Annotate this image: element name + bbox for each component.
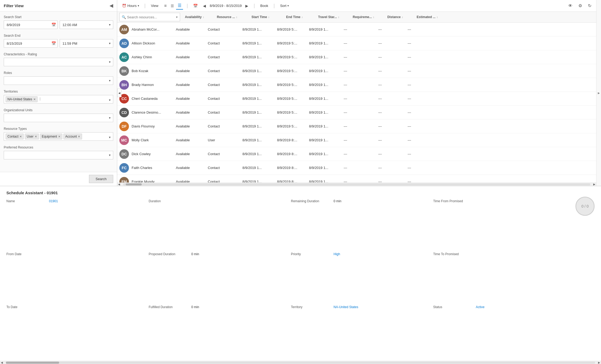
table-row[interactable]: DC Dick Cowley Available Contact 8/9/201… [117, 147, 596, 161]
scroll-thumb[interactable] [126, 183, 142, 185]
calendar-picker-icon[interactable]: 📅 [192, 3, 199, 9]
bottom-scroll-left[interactable]: ◀ [0, 361, 4, 364]
avatar: CD [119, 108, 129, 117]
org-units-select[interactable] [4, 114, 113, 122]
panel-collapse-arrow[interactable]: ◀ [117, 89, 121, 97]
table-row[interactable]: BH Brady Hannon Available Contact 8/9/20… [117, 78, 596, 92]
name-wrapper: BK Bob Kozak [119, 66, 148, 76]
settings-icon-button[interactable]: ⚙ [577, 2, 584, 9]
field-status: Status Active [433, 305, 575, 355]
cell-name: BH Brady Hannon [117, 80, 173, 90]
status-value[interactable]: Active [476, 305, 485, 355]
org-units-label: Organizational Units [4, 108, 113, 112]
table-row[interactable]: BK Bob Kozak Available Contact 8/9/2019 … [117, 64, 596, 78]
cell-name: MC Molly Clark [117, 135, 173, 145]
sort-button[interactable]: Sort ▾ [278, 3, 290, 9]
search-resources-input[interactable] [127, 15, 175, 19]
view-label: View [151, 4, 158, 8]
avatar: AM [119, 25, 129, 34]
proposed-duration-value: 0 min [191, 252, 199, 302]
search-end-inputs: 📅 11:59 PM [4, 39, 113, 48]
tag-user-remove[interactable]: ✕ [35, 135, 37, 138]
col-header-estimated[interactable]: Estimated ... ↕ [414, 15, 596, 19]
table-row[interactable]: MC Molly Clark Available User 8/9/2019 1… [117, 133, 596, 147]
col-header-distance[interactable]: Distance ↕ [385, 15, 414, 19]
right-side-panel[interactable]: ▶ [596, 0, 601, 186]
list-view-button[interactable]: ≡ [163, 2, 168, 10]
view-button[interactable]: View [149, 3, 160, 9]
bottom-title: Schedule Assistant - 01901 [6, 191, 595, 195]
search-end-date-input[interactable] [4, 39, 58, 48]
search-end-label: Search End [4, 34, 113, 38]
eye-icon-button[interactable]: 👁 [567, 2, 574, 9]
search-button[interactable]: Search [89, 175, 113, 183]
field-territory: Territory NA-United States [291, 305, 433, 355]
cell-resource-type: Contact [205, 180, 240, 183]
cell-travel-start: 8/9/2019 1... [306, 166, 341, 170]
roles-select[interactable] [4, 76, 113, 85]
cell-travel-start: 8/9/2019 1... [306, 152, 341, 156]
search-start-calendar-icon[interactable]: 📅 [51, 23, 56, 27]
cell-requirements: --- [341, 152, 376, 156]
table-row[interactable]: DF Davis Flournoy Available Contact 8/9/… [117, 119, 596, 133]
priority-value[interactable]: High [334, 252, 340, 302]
bottom-fields-grid: Name 01901 From Date To Date Dur [6, 199, 575, 357]
search-dropdown-arrow[interactable]: ▾ [176, 15, 178, 19]
grid-view-button[interactable]: ☰ [176, 2, 183, 10]
col-header-resource[interactable]: Resource ... ↕ [214, 15, 249, 19]
search-start-date-input[interactable] [4, 20, 58, 29]
name-value[interactable]: 01901 [49, 199, 58, 249]
req-col-label: Requireme... [353, 15, 372, 19]
hours-button[interactable]: ⏰ Hours ▾ [120, 3, 141, 9]
col-header-travel-start[interactable]: Travel Star... ↕ [315, 15, 350, 19]
col-header-requirements[interactable]: Requireme... ↕ [350, 15, 385, 19]
next-date-button[interactable]: ▶ [244, 3, 250, 9]
table-row[interactable]: AM Abraham McCor... Available Contact 8/… [117, 23, 596, 36]
territories-cursor[interactable]: | [39, 96, 42, 102]
tag-contact-remove[interactable]: ✕ [19, 135, 22, 138]
table-row[interactable]: CD Clarence Desimo... Available Contact … [117, 106, 596, 119]
name-wrapper: AD Allison Dickson [119, 39, 155, 48]
table-row[interactable]: FM Frankie Mundy Available Contact 8/9/2… [117, 175, 596, 183]
start-sort-icon: ↕ [268, 16, 269, 19]
cell-end-time: 8/9/2019 5:... [274, 124, 306, 128]
scroll-left-arrow[interactable]: ◀ [117, 183, 121, 186]
scroll-right-arrow[interactable]: ▶ [592, 183, 596, 186]
search-end-time-select[interactable]: 11:59 PM [60, 39, 113, 48]
avatar: BK [119, 66, 129, 76]
prev-date-button[interactable]: ◀ [201, 3, 208, 9]
tag-equipment-remove[interactable]: ✕ [58, 135, 60, 138]
resource-name: Allison Dickson [132, 41, 155, 45]
table-row[interactable]: FC Faith Charles Available Contact 8/9/2… [117, 161, 596, 175]
field-to-date: To Date [6, 305, 149, 355]
scroll-track [123, 183, 590, 185]
table-row[interactable]: AC Ashley Chinn Available Contact 8/9/20… [117, 50, 596, 64]
book-label: Book [260, 4, 268, 8]
filter-collapse-button[interactable]: ◀ [109, 3, 113, 9]
table-row[interactable]: CC Cheri Castaneda Available Contact 8/9… [117, 92, 596, 106]
cell-resource-type: Contact [205, 152, 240, 156]
col-header-end-time[interactable]: End Time ↕ [283, 15, 315, 19]
search-end-calendar-icon[interactable]: 📅 [51, 41, 56, 46]
grouped-view-button[interactable]: ≣ [169, 2, 176, 10]
bottom-scroll-thumb[interactable] [6, 362, 59, 364]
book-button[interactable]: Book [259, 3, 270, 9]
name-wrapper: MC Molly Clark [119, 135, 149, 145]
characteristics-rating-select[interactable] [4, 58, 113, 66]
col-header-start-time[interactable]: Start Time ↕ [249, 15, 283, 19]
search-start-inputs: 📅 12:00 AM [4, 20, 113, 29]
avatar: DC [119, 149, 129, 159]
refresh-icon-button[interactable]: ↻ [586, 2, 593, 9]
table-row[interactable]: AD Allison Dickson Available Contact 8/9… [117, 36, 596, 50]
cell-start-time: 8/9/2019 1... [240, 138, 274, 142]
territory-value[interactable]: NA-United States [334, 305, 358, 355]
tag-user-label: User [27, 135, 33, 138]
territory-tag-remove[interactable]: ✕ [33, 98, 36, 101]
bottom-scroll-right[interactable]: ▶ [597, 361, 601, 364]
tag-account-remove[interactable]: ✕ [78, 135, 80, 138]
search-start-time-select[interactable]: 12:00 AM [60, 20, 113, 29]
resource-name: Molly Clark [132, 138, 149, 142]
field-remaining-duration: Remaining Duration 0 min [291, 199, 433, 249]
col-header-availability[interactable]: Availability ↕ [182, 15, 214, 19]
separator-4: | [274, 3, 275, 9]
